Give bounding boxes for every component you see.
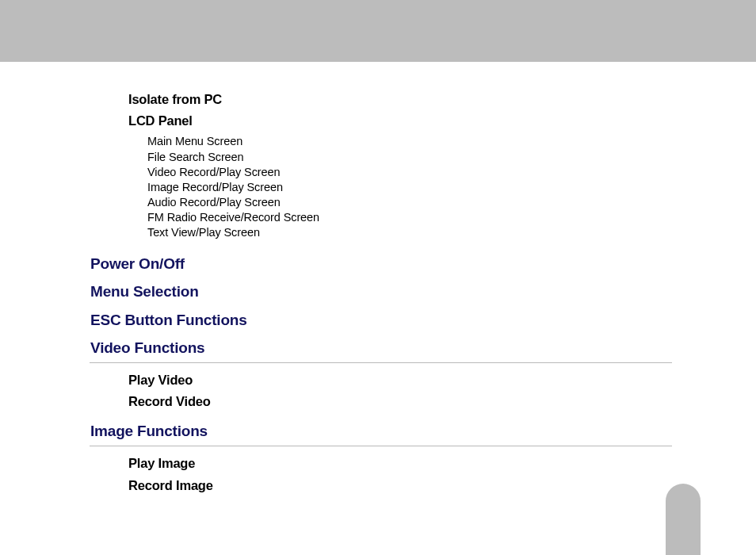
toc-leaf-item: Main Menu Screen <box>147 134 756 149</box>
top-gray-bar <box>0 0 756 62</box>
section-divider <box>90 362 672 363</box>
toc-sub-item: Record Image <box>128 475 756 496</box>
toc-leaf-item: Image Record/Play Screen <box>147 180 756 195</box>
toc-leaf-item: Video Record/Play Screen <box>147 165 756 180</box>
toc-content: Isolate from PC LCD Panel Main Menu Scre… <box>0 62 756 496</box>
toc-sub-item: LCD Panel <box>128 110 756 132</box>
section-divider <box>90 446 672 446</box>
toc-sub-item: Play Image <box>128 453 756 474</box>
toc-section-power: Power On/Off <box>90 250 756 278</box>
page-tab-marker <box>666 484 701 555</box>
toc-leaf-item: Audio Record/Play Screen <box>147 195 756 210</box>
toc-section-video-functions: Video Functions <box>90 334 756 362</box>
toc-leaf-item: Text View/Play Screen <box>147 225 756 240</box>
toc-section-esc-button: ESC Button Functions <box>90 306 756 334</box>
toc-sub-item: Record Video <box>128 391 756 412</box>
toc-leaf-item: FM Radio Receive/Record Screen <box>147 210 756 225</box>
toc-sub-item: Isolate from PC <box>128 89 756 110</box>
toc-sub-item: Play Video <box>128 369 756 391</box>
toc-leaf-item: File Search Screen <box>147 150 756 165</box>
toc-section-menu-selection: Menu Selection <box>90 278 756 305</box>
toc-section-image-functions: Image Functions <box>90 417 756 445</box>
